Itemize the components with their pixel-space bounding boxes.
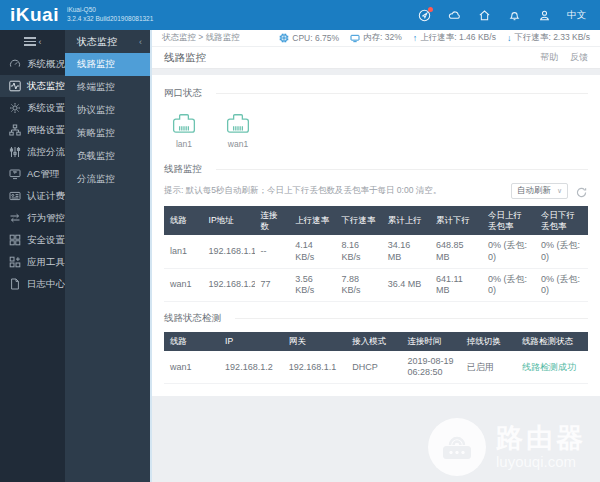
sidebar-item-behavior-control[interactable]: 行为管控: [0, 207, 65, 229]
submenu-item-diversion-monitor[interactable]: 分流监控: [65, 168, 150, 191]
cell-line: wan1: [164, 268, 203, 302]
submenu-item-label: 策略监控: [77, 127, 115, 140]
sidebar-item-label: AC管理: [27, 168, 59, 181]
memory-icon: [350, 33, 360, 43]
memory-stat: 内存: 32%: [350, 32, 402, 44]
sidebar-item-status-monitor[interactable]: 状态监控: [0, 75, 65, 97]
sitemap-icon: [9, 124, 21, 136]
sidebar-item-label: 网络设置: [27, 124, 65, 137]
cell-down-rate: 8.16 KB/s: [336, 235, 382, 268]
submenu-item-policy-monitor[interactable]: 策略监控: [65, 122, 150, 145]
page-title: 线路监控: [164, 51, 206, 65]
table-header-row: 线路 IP 网关 接入模式 连接时间 掉线切换 线路检测状态: [164, 332, 588, 351]
port-label: lan1: [176, 139, 192, 149]
port-wan1: wan1: [224, 112, 252, 149]
cpu-stat: CPU: 6.75%: [279, 33, 339, 43]
submenu-item-protocol-monitor[interactable]: 协议监控: [65, 99, 150, 122]
line-monitor-panel: 网口状态 lan1 wan1 线路监控: [152, 75, 600, 396]
cell-gateway: 192.168.1.1: [283, 351, 347, 384]
cell-total-down: 641.11 MB: [430, 268, 482, 302]
refresh-mode-select[interactable]: 自动刷新 ∨: [511, 183, 568, 199]
submenu-collapse-chevron[interactable]: ‹: [139, 37, 142, 47]
section-divider: [216, 93, 588, 94]
sidebar-item-flow-control[interactable]: 流控分流: [0, 141, 65, 163]
sliders-icon: [9, 146, 21, 158]
sidebar-item-label: 状态监控: [27, 80, 65, 93]
page-title-bar: 线路监控 帮助 反馈: [152, 47, 600, 69]
submenu-item-label: 协议监控: [77, 104, 115, 117]
topbar-actions: 中文: [417, 8, 586, 22]
collapse-chevron-icon: ‹: [39, 37, 42, 47]
cell-check-status: 线路检测成功: [516, 351, 588, 384]
col-header: 今日下行丢包率: [535, 206, 588, 235]
sidebar-item-log-center[interactable]: 日志中心: [0, 273, 65, 295]
line-monitor-table: 线路 IP地址 连接数 上行速率 下行速率 累计上行 累计下行 今日上行丢包率 …: [164, 206, 588, 302]
id-card-icon: [9, 190, 21, 202]
submenu-item-line-monitor[interactable]: 线路监控: [65, 53, 150, 76]
version-info: iKuai-Q50 3.2.4 x32 Build201908081321: [67, 6, 153, 24]
submenu-header: 状态监控 ‹: [65, 30, 150, 53]
ikuai-logo: iKuai: [10, 4, 59, 26]
col-header: 网关: [283, 332, 347, 351]
title-links: 帮助 反馈: [540, 51, 588, 64]
refresh-mode-value: 自动刷新: [517, 185, 551, 197]
watermark-name: 路由器: [496, 424, 586, 452]
swap-arrows-icon: [9, 212, 21, 224]
sidebar-item-security-settings[interactable]: 安全设置: [0, 229, 65, 251]
cloud-icon[interactable]: [447, 8, 461, 22]
apps-grid-icon: [9, 256, 21, 268]
sidebar-item-auth-billing[interactable]: 认证计费: [0, 185, 65, 207]
cell-line: lan1: [164, 235, 203, 268]
submenu-title: 状态监控: [77, 35, 117, 49]
cell-total-up: 36.4 MB: [382, 268, 430, 302]
ethernet-port-icon: [224, 112, 252, 136]
up-arrow-icon: ↑: [413, 33, 418, 43]
feedback-link[interactable]: 反馈: [570, 51, 588, 64]
sidebar-item-system-settings[interactable]: 系统设置: [0, 97, 65, 119]
watermark-site: luyouqi.com: [496, 454, 586, 470]
cell-up-loss: 0% (丢包: 0): [482, 268, 535, 302]
sidebar-item-app-tools[interactable]: 应用工具: [0, 251, 65, 273]
user-icon[interactable]: [537, 8, 551, 22]
section-title: 线路监控: [164, 163, 202, 176]
topbar: iKuai iKuai-Q50 3.2.4 x32 Build201908081…: [0, 0, 600, 30]
submenu-item-load-monitor[interactable]: 负载监控: [65, 145, 150, 168]
sidebar-item-label: 认证计费: [27, 190, 65, 203]
col-header: 掉线切换: [461, 332, 516, 351]
bell-icon[interactable]: [507, 8, 521, 22]
down-arrow-icon: ↓: [507, 33, 512, 43]
system-stats: CPU: 6.75% 内存: 32% ↑ 上行速率: 1.46 KB/s ↓ 下…: [279, 32, 590, 44]
upload-stat: ↑ 上行速率: 1.46 KB/s: [413, 32, 496, 44]
help-link[interactable]: 帮助: [540, 51, 558, 64]
col-header: 累计下行: [430, 206, 482, 235]
cell-total-down: 648.85 MB: [430, 235, 482, 268]
pulse-icon: [9, 80, 21, 92]
language-switch[interactable]: 中文: [567, 9, 586, 22]
watermark-text: 路由器 luyouqi.com: [496, 424, 586, 470]
cell-failover: 已启用: [461, 351, 516, 384]
submenu-item-label: 分流监控: [77, 173, 115, 186]
refresh-button[interactable]: [575, 185, 588, 198]
cell-access-mode: DHCP: [346, 351, 401, 384]
brand: iKuai iKuai-Q50 3.2.4 x32 Build201908081…: [10, 4, 153, 26]
refresh-icon: [575, 186, 588, 199]
sidebar-item-ac-management[interactable]: AC管理: [0, 163, 65, 185]
grid-shield-icon: [9, 234, 21, 246]
sidebar-collapse-button[interactable]: ‹: [0, 30, 65, 53]
gear-icon: [9, 102, 21, 114]
ports-row: lan1 wan1: [170, 112, 582, 149]
cell-up-rate: 3.56 KB/s: [289, 268, 335, 302]
sidebar-item-network-settings[interactable]: 网络设置: [0, 119, 65, 141]
sidebar-item-system-overview[interactable]: 系统概况: [0, 53, 65, 75]
home-icon[interactable]: [477, 8, 491, 22]
sidebar-item-label: 行为管控: [27, 212, 65, 225]
submenu-item-terminal-monitor[interactable]: 终端监控: [65, 76, 150, 99]
refresh-controls: 自动刷新 ∨: [511, 183, 588, 199]
col-header: IP地址: [203, 206, 255, 235]
table-header-row: 线路 IP地址 连接数 上行速率 下行速率 累计上行 累计下行 今日上行丢包率 …: [164, 206, 588, 235]
col-header: 接入模式: [346, 332, 401, 351]
send-notification-icon[interactable]: [417, 8, 431, 22]
main-row: ‹ 系统概况 状态监控 系统设置 网络设置 流控分流: [0, 30, 600, 482]
col-header: 累计上行: [382, 206, 430, 235]
line-check-table: 线路 IP 网关 接入模式 连接时间 掉线切换 线路检测状态 wan1 192.: [164, 332, 588, 384]
